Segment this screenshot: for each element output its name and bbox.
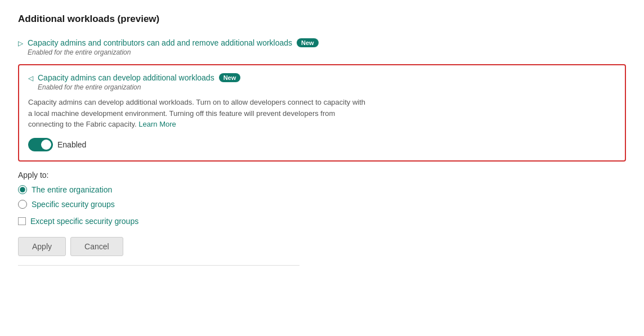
radio-group: The entire organization Specific securit… — [18, 185, 626, 209]
apply-to-title: Apply to: — [18, 171, 626, 180]
workload-2-title: Capacity admins can develop additional w… — [38, 73, 214, 82]
radio-specific-groups-label: Specific security groups — [32, 200, 115, 209]
workload-2-new-badge: New — [219, 73, 241, 82]
workload-1-title: Capacity admins and contributors can add… — [28, 38, 292, 47]
workload-2-subtitle: Enabled for the entire organization — [38, 83, 240, 91]
apply-button[interactable]: Apply — [18, 237, 66, 256]
workload-1-info: Capacity admins and contributors can add… — [28, 38, 319, 56]
except-groups-checkbox-input[interactable] — [18, 217, 26, 225]
workload-2-expanded-panel: ◁ Capacity admins can develop additional… — [18, 64, 626, 162]
radio-entire-org-label: The entire organization — [32, 185, 112, 194]
radio-specific-groups[interactable]: Specific security groups — [18, 200, 626, 209]
workload-2-title-row: Capacity admins can develop additional w… — [38, 73, 240, 82]
button-row: Apply Cancel — [18, 237, 626, 256]
expand-arrow-2-icon: ◁ — [28, 74, 33, 82]
workload-2-info: Capacity admins can develop additional w… — [38, 73, 240, 91]
page-title: Additional workloads (preview) — [18, 14, 626, 25]
toggle-label: Enabled — [57, 140, 86, 149]
apply-to-section: Apply to: The entire organization Specif… — [18, 171, 626, 256]
workload-2-description: Capacity admins can develop additional w… — [28, 97, 366, 130]
expand-arrow-icon: ▷ — [18, 39, 23, 47]
toggle-track — [28, 138, 53, 151]
radio-entire-org-input[interactable] — [18, 185, 27, 194]
enabled-toggle[interactable] — [28, 138, 53, 151]
toggle-thumb — [41, 140, 51, 150]
checkbox-except-groups[interactable]: Except specific security groups — [18, 217, 626, 226]
toggle-container[interactable]: Enabled — [28, 138, 616, 151]
radio-entire-org[interactable]: The entire organization — [18, 185, 626, 194]
workload-item-1[interactable]: ▷ Capacity admins and contributors can a… — [18, 35, 626, 60]
cancel-button[interactable]: Cancel — [70, 237, 123, 256]
divider — [18, 265, 299, 266]
workload-1-subtitle: Enabled for the entire organization — [28, 48, 319, 56]
description-text-part1: Capacity admins can develop additional w… — [28, 98, 365, 128]
except-groups-label: Except specific security groups — [30, 217, 138, 226]
radio-specific-groups-input[interactable] — [18, 200, 27, 209]
workload-1-new-badge: New — [297, 38, 319, 47]
workload-1-title-row: Capacity admins and contributors can add… — [28, 38, 319, 47]
learn-more-link[interactable]: Learn More — [138, 120, 176, 128]
workload-item-2[interactable]: ◁ Capacity admins can develop additional… — [28, 73, 616, 91]
